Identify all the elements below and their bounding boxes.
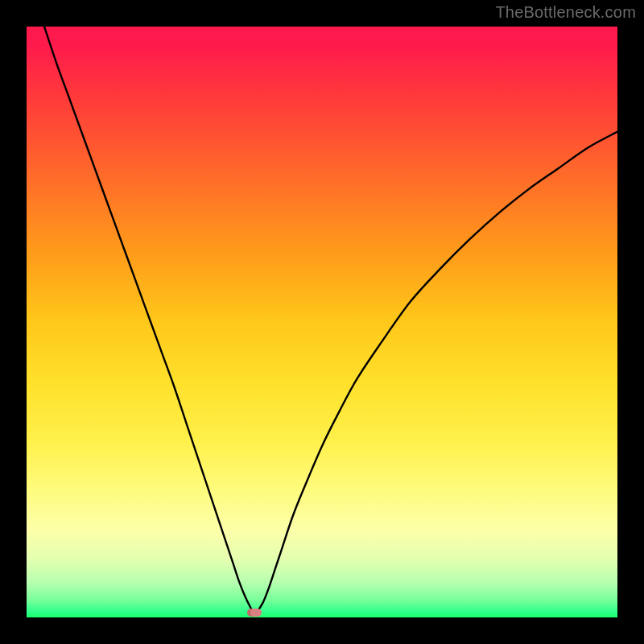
chart-frame: TheBottleneck.com (0, 0, 644, 644)
bottleneck-curve (44, 27, 617, 613)
watermark-text: TheBottleneck.com (495, 3, 636, 22)
plot-area (27, 27, 617, 617)
min-marker (250, 609, 262, 617)
curve-svg (27, 27, 617, 617)
